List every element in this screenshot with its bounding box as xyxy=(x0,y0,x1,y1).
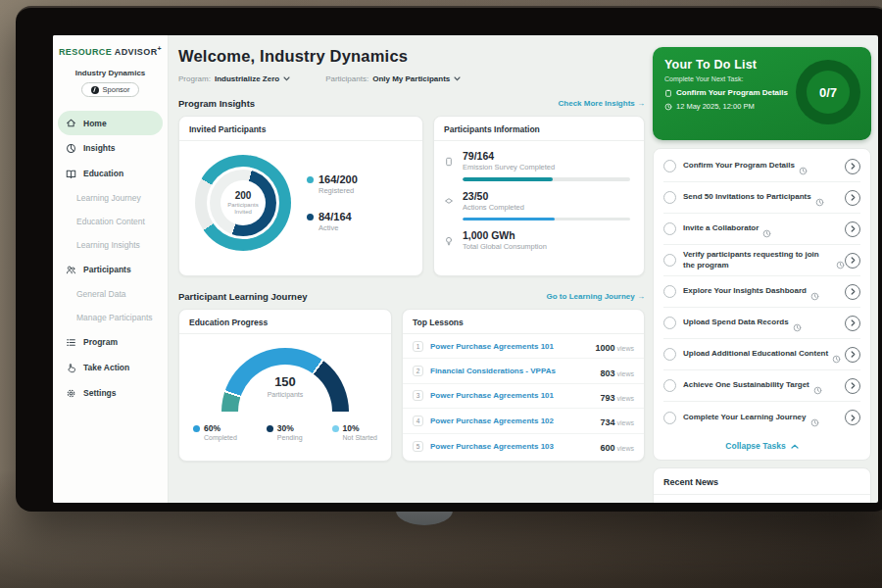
chevron-down-icon xyxy=(283,76,290,81)
logo-resource: RESOURCE xyxy=(59,47,112,57)
task-row[interactable]: Confirm Your Program Details xyxy=(663,151,860,182)
sidebar-item-settings[interactable]: Settings xyxy=(53,380,168,406)
lesson-link[interactable]: Financial Considerations - VPPAs xyxy=(430,367,556,375)
legend-completed: 60% Completed xyxy=(193,423,237,441)
task-checkbox[interactable] xyxy=(663,254,676,267)
sidebar-item-learning-insights[interactable]: Learning Insights xyxy=(53,233,168,257)
task-open-button[interactable] xyxy=(845,347,860,363)
task-checkbox[interactable] xyxy=(663,222,676,235)
clock-icon xyxy=(810,414,819,422)
lesson-views: 1000 xyxy=(595,343,614,353)
sidebar-item-participants[interactable]: Participants xyxy=(53,257,168,282)
task-checkbox[interactable] xyxy=(663,379,676,392)
lesson-rank: 1 xyxy=(413,341,423,352)
pinfo-card-title: Participants Information xyxy=(434,117,644,141)
task-row[interactable]: Verify participants requesting to join t… xyxy=(663,245,860,276)
task-open-button[interactable] xyxy=(845,253,860,269)
task-row[interactable]: Send 50 Invitations to Participants xyxy=(663,182,860,214)
lesson-link[interactable]: Power Purchase Agreements 103 xyxy=(430,442,554,451)
task-open-button[interactable] xyxy=(845,190,860,206)
todo-task-list: Confirm Your Program Details Send 50 Inv… xyxy=(653,148,871,461)
sidebar-item-education[interactable]: Education xyxy=(53,161,168,186)
sidebar-item-label: Participants xyxy=(83,265,131,274)
task-open-button[interactable] xyxy=(845,159,860,174)
top-lessons-card: Top Lessons 1 Power Purchase Agreements … xyxy=(402,309,645,462)
task-checkbox[interactable] xyxy=(663,317,676,329)
sidebar-item-program[interactable]: Program xyxy=(53,329,168,355)
task-checkbox[interactable] xyxy=(663,285,676,298)
sidebar-item-take-action[interactable]: Take Action xyxy=(53,355,168,380)
sidebar-item-general-data[interactable]: General Data xyxy=(53,282,168,306)
clock-icon xyxy=(664,103,672,111)
sidebar-item-learning-journey[interactable]: Learning Journey xyxy=(53,186,168,210)
lesson-link[interactable]: Power Purchase Agreements 101 xyxy=(430,342,554,351)
task-open-button[interactable] xyxy=(845,410,860,425)
task-checkbox[interactable] xyxy=(663,191,676,204)
sidebar-item-insights[interactable]: Insights xyxy=(53,135,168,161)
gauge-value: 150 xyxy=(221,374,349,389)
monitor-bezel: RESOURCE ADVISOR+ Industry Dynamics Spon… xyxy=(16,6,882,512)
task-row[interactable]: Complete Your Learning Journey xyxy=(663,402,860,433)
task-row[interactable]: Invite a Collaborator xyxy=(663,214,860,245)
dashboard-screen: RESOURCE ADVISOR+ Industry Dynamics Spon… xyxy=(53,35,878,503)
app-logo: RESOURCE ADVISOR+ xyxy=(53,45,168,57)
lesson-views: 793 xyxy=(600,393,614,403)
program-select[interactable]: Program: Industrialize Zero xyxy=(178,74,290,83)
sponsor-icon xyxy=(91,86,99,94)
lesson-row[interactable]: 2 Financial Considerations - VPPAs 803vi… xyxy=(403,359,644,383)
task-checkbox[interactable] xyxy=(663,348,676,361)
invited-participants-card: Invited Participants 200 Participants In… xyxy=(178,116,423,276)
stat-consumption: 1,000 GWh Total Global Consumption xyxy=(434,220,644,251)
insights-icon xyxy=(66,143,76,154)
todo-summary-card: Your To Do List Complete Your Next Task:… xyxy=(653,47,871,140)
task-row[interactable]: Upload Additional Educational Content xyxy=(663,339,860,370)
sidebar-item-home[interactable]: Home xyxy=(58,111,163,135)
task-checkbox[interactable] xyxy=(663,160,676,172)
legend-dot xyxy=(307,214,314,220)
lesson-link[interactable]: Power Purchase Agreements 101 xyxy=(430,391,554,400)
go-to-learning-journey-link[interactable]: Go to Learning Journey → xyxy=(547,292,645,301)
check-more-insights-link[interactable]: Check More Insights → xyxy=(559,99,645,108)
clock-icon xyxy=(799,162,808,171)
task-checkbox[interactable] xyxy=(663,412,676,424)
lesson-row[interactable]: 5 Power Purchase Agreements 103 600views xyxy=(403,434,644,459)
task-open-button[interactable] xyxy=(845,221,860,237)
sidebar-item-education-content[interactable]: Education Content xyxy=(53,210,168,233)
edu-card-title: Education Progress xyxy=(179,310,391,334)
sidebar-item-label: Manage Participants xyxy=(76,313,153,322)
lesson-row[interactable]: 4 Power Purchase Agreements 102 734views xyxy=(403,409,644,433)
lesson-views: 734 xyxy=(600,417,614,427)
education-legend: 60% Completed 30% Pending 10% Not Starte… xyxy=(179,412,391,441)
legend-dot xyxy=(193,425,200,432)
chevron-down-icon xyxy=(454,76,461,81)
sidebar-item-label: Insights xyxy=(83,143,116,153)
task-row[interactable]: Achieve One Sustainability Target xyxy=(663,370,860,402)
task-open-button[interactable] xyxy=(845,378,860,394)
donut-center: 200 Participants Invited xyxy=(220,180,266,225)
clock-icon xyxy=(793,318,802,327)
collapse-tasks-link[interactable]: Collapse Tasks xyxy=(663,433,860,456)
clock-icon xyxy=(832,350,841,359)
clock-icon xyxy=(813,381,822,390)
sponsor-badge: Sponsor xyxy=(81,82,140,97)
participants-select[interactable]: Participants: Only My Participants xyxy=(325,74,461,83)
sponsor-badge-label: Sponsor xyxy=(103,85,130,94)
lesson-rank: 3 xyxy=(413,390,423,401)
lessons-card-title: Top Lessons xyxy=(403,310,644,334)
list-icon xyxy=(66,337,76,348)
task-row[interactable]: Explore Your Insights Dashboard xyxy=(663,276,860,308)
task-open-button[interactable] xyxy=(845,316,860,331)
sidebar-item-manage-participants[interactable]: Manage Participants xyxy=(53,306,168,329)
lesson-row[interactable]: 1 Power Purchase Agreements 101 1000view… xyxy=(403,334,644,359)
task-open-button[interactable] xyxy=(845,284,860,300)
hand-pointer-icon xyxy=(66,363,76,373)
gear-icon xyxy=(66,388,76,399)
book-icon xyxy=(66,169,76,179)
sidebar-item-label: General Data xyxy=(76,289,126,299)
task-row[interactable]: Upload Spend Data Records xyxy=(663,308,860,339)
lesson-rank: 4 xyxy=(413,416,423,426)
survey-device-icon xyxy=(444,150,455,181)
clock-icon xyxy=(836,256,845,265)
lesson-link[interactable]: Power Purchase Agreements 102 xyxy=(430,416,554,425)
lesson-row[interactable]: 3 Power Purchase Agreements 101 793views xyxy=(403,384,644,409)
